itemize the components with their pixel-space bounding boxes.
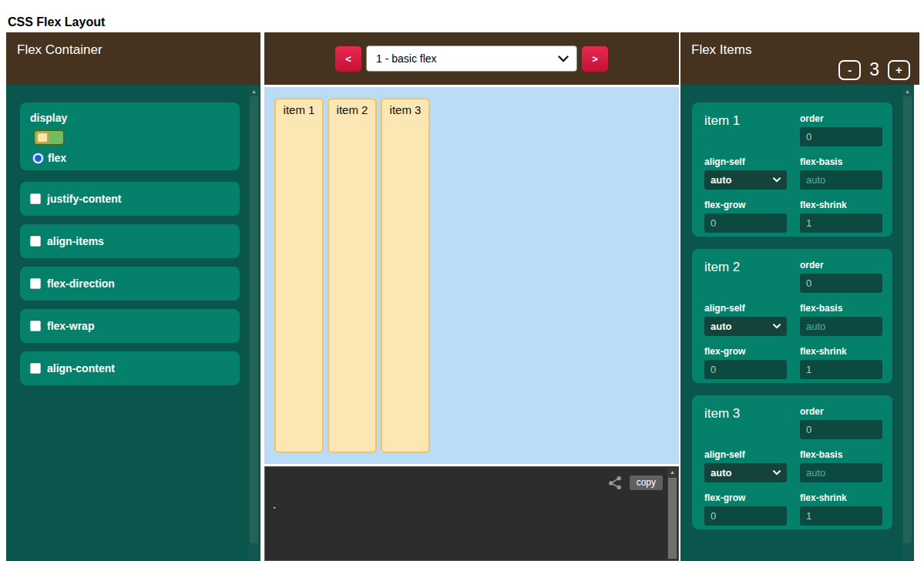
item-3-card-title: item 3 (704, 406, 787, 439)
item-1-card: item 1 order align-self auto flex-basis (692, 102, 892, 237)
align-items-checkbox[interactable] (30, 236, 41, 247)
flex-shrink-label: flex-shrink (800, 200, 883, 210)
order-label: order (800, 260, 883, 270)
display-property-label: display (30, 112, 240, 124)
flex-basis-label: flex-basis (800, 303, 883, 314)
item-2-align-self-select[interactable]: auto (704, 317, 787, 336)
item-1-align-self-select[interactable]: auto (704, 170, 787, 190)
next-example-button[interactable]: > (582, 46, 608, 72)
flex-items-panel-title: Flex Items (691, 42, 751, 57)
item-3-flex-shrink-input[interactable] (800, 506, 882, 526)
flex-basis-label: flex-basis (800, 156, 883, 167)
left-panel-scrollbar[interactable]: ▲ (249, 86, 259, 559)
order-label: order (800, 406, 883, 417)
left-panel-scrollbar-thumb[interactable] (250, 96, 258, 543)
item-1-flex-grow-input[interactable] (704, 213, 787, 233)
item-2-card: item 2 order align-self auto flex-basis (692, 249, 892, 383)
display-toggle[interactable] (33, 129, 65, 146)
align-content-card: align-content (20, 351, 240, 385)
item-1-flex-grow-field: flex-grow (704, 200, 787, 233)
justify-content-card: justify-content (20, 182, 240, 216)
item-3-flex-basis-input[interactable] (800, 463, 882, 482)
flex-container-panel: Flex Container display flex justify-cont… (6, 32, 260, 561)
flex-wrap-card: flex-wrap (20, 309, 240, 343)
item-count-controls: - 3 + (838, 59, 910, 80)
flex-direction-card: flex-direction (20, 267, 240, 301)
align-self-label: align-self (704, 449, 787, 460)
flex-container-panel-body: display flex justify-content align-items… (6, 85, 260, 561)
code-line: . (271, 498, 678, 513)
add-item-button[interactable]: + (888, 60, 910, 80)
item-3-flex-basis-field: flex-basis (800, 449, 883, 482)
item-1-order-input[interactable] (800, 127, 882, 146)
example-select-wrap: 1 - basic flex (366, 45, 577, 72)
flex-grow-label: flex-grow (704, 492, 787, 503)
display-flex-radio[interactable] (32, 153, 44, 164)
align-content-label: align-content (47, 362, 115, 375)
item-2-flex-shrink-field: flex-shrink (800, 346, 883, 379)
item-1-flex-basis-field: flex-basis (800, 156, 883, 190)
right-panel-scrollbar-thumb[interactable] (903, 96, 912, 543)
stage-column: < 1 - basic flex > item 1 item 2 item 3 … (264, 32, 679, 561)
example-bar: < 1 - basic flex > (264, 32, 679, 85)
code-tools: copy (608, 475, 663, 490)
justify-content-label: justify-content (47, 193, 121, 205)
flex-items-panel-header: Flex Items - 3 + (680, 32, 919, 85)
flex-basis-label: flex-basis (800, 449, 883, 460)
stage-item-3: item 3 (381, 98, 430, 453)
item-3-card: item 3 order align-self auto flex-basis (692, 395, 892, 529)
flex-grow-label: flex-grow (704, 346, 787, 357)
item-1-card-title: item 1 (704, 113, 787, 146)
item-1-order-field: order (800, 113, 883, 146)
item-2-flex-grow-input[interactable] (704, 360, 787, 379)
stage-item-1: item 1 (274, 98, 324, 453)
item-2-flex-shrink-input[interactable] (800, 360, 882, 379)
item-1-flex-basis-input[interactable] (800, 170, 882, 190)
flex-direction-checkbox[interactable] (30, 278, 41, 289)
remove-item-button[interactable]: - (838, 60, 861, 80)
share-icon[interactable] (608, 475, 623, 490)
item-1-flex-shrink-input[interactable] (800, 213, 882, 233)
example-select[interactable]: 1 - basic flex (366, 45, 577, 72)
item-3-order-field: order (800, 406, 883, 439)
code-scrollbar[interactable]: ▲ (667, 468, 677, 559)
flex-direction-label: flex-direction (47, 277, 115, 290)
item-2-flex-basis-field: flex-basis (800, 303, 883, 336)
scroll-up-icon[interactable]: ▲ (249, 86, 259, 96)
page-title: CSS Flex Layout (8, 15, 105, 29)
flex-shrink-label: flex-shrink (800, 492, 883, 503)
item-2-card-title: item 2 (704, 260, 787, 293)
item-1-align-self-field: align-self auto (704, 156, 787, 190)
align-self-label: align-self (704, 303, 787, 314)
flex-items-panel-body: item 1 order align-self auto flex-basis (680, 85, 914, 561)
item-3-flex-shrink-field: flex-shrink (800, 492, 883, 526)
scroll-up-icon[interactable]: ▲ (902, 86, 912, 96)
display-property-card: display flex (20, 102, 240, 170)
scroll-up-icon[interactable]: ▲ (667, 468, 677, 477)
align-items-card: align-items (20, 224, 240, 258)
item-3-align-self-select[interactable]: auto (704, 463, 787, 482)
code-scrollbar-thumb[interactable] (668, 478, 677, 559)
flex-container-stage: item 1 item 2 item 3 (264, 87, 679, 464)
prev-example-button[interactable]: < (335, 46, 361, 72)
item-3-flex-grow-field: flex-grow (704, 492, 787, 526)
right-panel-scrollbar[interactable]: ▲ (902, 86, 912, 559)
justify-content-checkbox[interactable] (30, 193, 41, 204)
align-items-label: align-items (47, 235, 104, 247)
code-line (271, 543, 678, 559)
item-2-flex-basis-input[interactable] (800, 317, 882, 336)
flex-items-panel: Flex Items - 3 + item 1 order align-self… (680, 32, 919, 561)
item-2-order-input[interactable] (800, 274, 882, 293)
item-3-flex-grow-input[interactable] (704, 506, 787, 526)
display-flex-radio-label: flex (48, 152, 66, 164)
order-label: order (800, 113, 883, 124)
item-2-flex-grow-field: flex-grow (704, 346, 787, 379)
item-2-align-self-field: align-self auto (704, 303, 787, 336)
item-3-align-self-field: align-self auto (704, 449, 787, 482)
item-3-order-input[interactable] (800, 420, 882, 439)
copy-button[interactable]: copy (630, 475, 663, 490)
display-flex-radio-row: flex (32, 152, 240, 164)
align-content-checkbox[interactable] (30, 363, 41, 374)
stage-item-2: item 2 (328, 98, 377, 453)
flex-wrap-checkbox[interactable] (30, 321, 41, 331)
